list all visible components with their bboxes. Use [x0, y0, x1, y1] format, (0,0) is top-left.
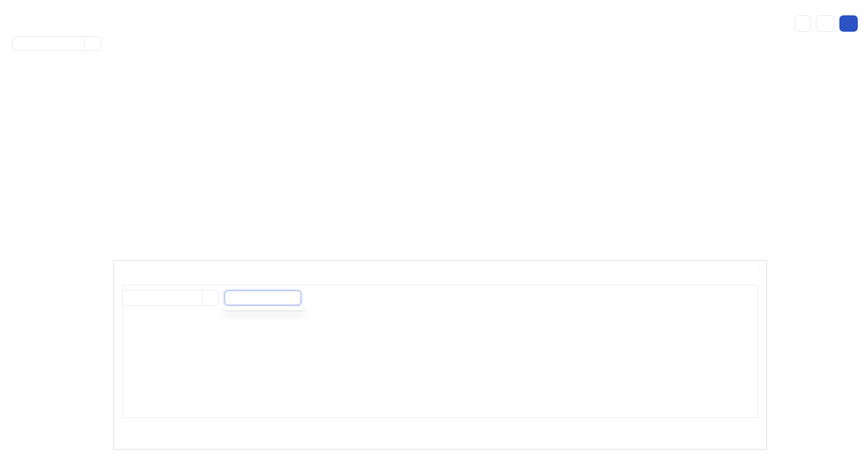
view-toggle — [758, 268, 760, 271]
app-header — [11, 15, 858, 32]
fixture-notes-panel — [113, 260, 767, 449]
header-actions — [795, 15, 858, 32]
fixture-panel-header — [114, 261, 766, 271]
search-icon[interactable] — [202, 290, 218, 305]
search-icon[interactable] — [84, 37, 101, 51]
add-vessels-button[interactable] — [839, 15, 858, 32]
filter-type-menu — [223, 306, 305, 310]
fixture-search-input[interactable] — [123, 290, 202, 305]
filter-by-type-select[interactable] — [224, 290, 301, 305]
fleet-search-input[interactable] — [13, 37, 84, 51]
fleet-search — [12, 36, 101, 51]
watchers-button[interactable] — [795, 15, 811, 32]
notifications-button[interactable] — [816, 15, 834, 32]
fixture-search — [122, 290, 219, 306]
fixture-toolbar — [123, 285, 758, 306]
fixture-card — [122, 285, 758, 418]
